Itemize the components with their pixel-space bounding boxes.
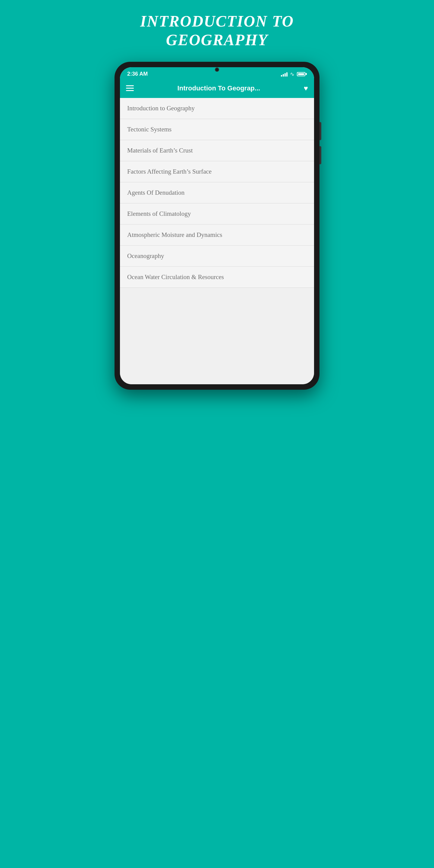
toolbar-title: Introduction To Geograp... — [134, 84, 304, 92]
list-item[interactable]: Tectonic Systems — [120, 119, 314, 140]
list-item[interactable]: Ocean Water Circulation & Resources — [120, 267, 314, 288]
status-icons: ∿ — [281, 71, 307, 78]
phone-frame: 2:36 AM ∿ — [115, 62, 319, 390]
list-item[interactable]: Materials of Earth’s Crust — [120, 140, 314, 161]
hamburger-menu-button[interactable] — [126, 85, 134, 91]
camera-dot — [215, 67, 219, 72]
list-item[interactable]: Agents Of Denudation — [120, 182, 314, 204]
list-item[interactable]: Introduction to Geography — [120, 98, 314, 119]
camera-notch — [211, 67, 223, 72]
signal-icon — [281, 72, 287, 76]
topic-list: Introduction to GeographyTectonic System… — [120, 98, 314, 288]
status-bar: 2:36 AM ∿ — [120, 67, 314, 80]
empty-content-area — [120, 288, 314, 384]
list-item[interactable]: Atmospheric Moisture and Dynamics — [120, 224, 314, 246]
list-item[interactable]: Elements of Climatology — [120, 204, 314, 224]
phone-screen: 2:36 AM ∿ — [120, 67, 314, 384]
wifi-icon: ∿ — [290, 71, 294, 78]
app-toolbar: Introduction To Geograp... ♥ — [120, 80, 314, 98]
battery-icon — [297, 72, 307, 76]
favorite-button[interactable]: ♥ — [304, 84, 308, 93]
list-item[interactable]: Factors Affecting Earth’s Surface — [120, 161, 314, 182]
list-item[interactable]: Oceanography — [120, 246, 314, 267]
page-title: INTRODUCTION TO GEOGRAPHY — [140, 12, 294, 50]
status-time: 2:36 AM — [127, 71, 148, 77]
